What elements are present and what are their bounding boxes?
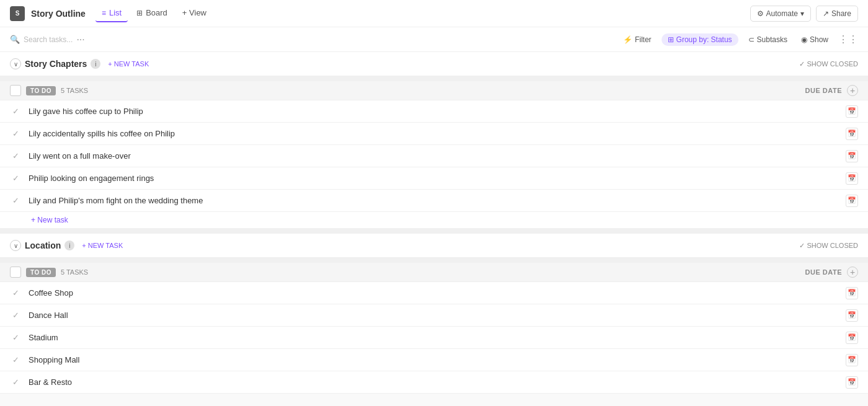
task-checkbox-2[interactable]: ✓ [10, 128, 21, 139]
search-icon: 🔍 [10, 35, 20, 44]
top-nav: S Story Outline ≡ List ⊞ Board + View ⚙ … [0, 0, 868, 27]
add-column-button-2[interactable]: + [847, 267, 858, 278]
task-checkbox-l2[interactable]: ✓ [10, 310, 21, 321]
task-name-1: Lily gave his coffee cup to Philip [29, 107, 846, 116]
show-closed-location[interactable]: ✓ SHOW CLOSED [799, 242, 858, 250]
task-due-date-l4[interactable]: 📅 [846, 354, 858, 366]
task-due-date-l5[interactable]: 📅 [846, 376, 858, 389]
task-checkbox-1[interactable]: ✓ [10, 106, 21, 117]
calendar-icon: 📅 [848, 311, 856, 319]
automate-label: Automate [766, 9, 798, 18]
due-date-label-2: DUE DATE [805, 268, 842, 276]
tab-board-label: Board [146, 8, 167, 17]
table-row: ✓ Bar & Resto 📅 [0, 371, 868, 394]
group-by-label: Group by: Status [676, 35, 732, 44]
task-due-date-1[interactable]: 📅 [846, 105, 858, 118]
task-checkbox-l4[interactable]: ✓ [10, 355, 21, 366]
new-task-button-location[interactable]: + NEW TASK [78, 241, 126, 250]
automate-icon: ⚙ [757, 9, 764, 18]
task-checkbox-l3[interactable]: ✓ [10, 332, 21, 343]
new-task-button-story-chapters[interactable]: + NEW TASK [104, 59, 153, 69]
task-due-date-3[interactable]: 📅 [846, 150, 858, 162]
check-icon: ✓ [12, 333, 19, 342]
filter-button[interactable]: ⚡ Filter [619, 33, 655, 46]
status-header-todo-1: TO DO 5 TASKS DUE DATE + [0, 76, 868, 100]
toolbar: 🔍 Search tasks... ··· ⚡ Filter ⊞ Group b… [0, 27, 868, 52]
group-header-story-chapters[interactable]: ∨ Story Chapters i + NEW TASK ✓ SHOW CLO… [0, 52, 868, 76]
calendar-icon: 📅 [848, 107, 856, 115]
calendar-icon: 📅 [848, 152, 856, 160]
group-header-location[interactable]: ∨ Location i + NEW TASK ✓ SHOW CLOSED [0, 229, 868, 258]
toolbar-right: ⚡ Filter ⊞ Group by: Status ⊂ Subtasks ◉… [619, 33, 858, 46]
task-name-4: Philip looking on engagement rings [29, 174, 846, 183]
collapse-location-icon[interactable]: ∨ [10, 240, 21, 251]
automate-button[interactable]: ⚙ Automate ▾ [750, 6, 811, 22]
subtasks-button[interactable]: ⊂ Subtasks [745, 33, 791, 46]
task-checkbox-l1[interactable]: ✓ [10, 288, 21, 299]
check-icon: ✓ [12, 355, 19, 364]
task-checkbox-3[interactable]: ✓ [10, 151, 21, 162]
check-icon: ✓ [12, 196, 19, 205]
group-title-location: Location [25, 241, 61, 250]
tab-view[interactable]: + View [176, 4, 213, 22]
group-by-button[interactable]: ⊞ Group by: Status [662, 33, 738, 46]
task-due-date-l2[interactable]: 📅 [846, 309, 858, 322]
collapse-icon[interactable]: ∨ [10, 58, 21, 69]
tab-board[interactable]: ⊞ Board [130, 4, 174, 22]
show-closed-story-chapters[interactable]: ✓ SHOW CLOSED [799, 60, 858, 68]
status-table-todo-2: TO DO 5 TASKS DUE DATE + ✓ Coffee Shop 📅… [0, 258, 868, 394]
calendar-icon: 📅 [848, 333, 856, 342]
board-icon: ⊞ [136, 9, 143, 17]
check-icon: ✓ [12, 288, 19, 298]
check-icon: ✓ [12, 377, 19, 387]
more-options-icon[interactable]: ··· [76, 34, 84, 45]
task-checkbox-5[interactable]: ✓ [10, 195, 21, 206]
checkmark-location-icon: ✓ [799, 242, 805, 250]
show-closed-label: SHOW CLOSED [807, 60, 858, 68]
status-header-todo-2: TO DO 5 TASKS DUE DATE + [0, 258, 868, 282]
group-info-icon[interactable]: i [91, 59, 100, 69]
task-checkbox-l5[interactable]: ✓ [10, 377, 21, 388]
select-all-checkbox-1[interactable] [10, 85, 21, 96]
status-badge-todo-2: TO DO [26, 268, 56, 277]
group-story-chapters: ∨ Story Chapters i + NEW TASK ✓ SHOW CLO… [0, 52, 868, 229]
list-icon: ≡ [102, 9, 106, 17]
task-due-date-l1[interactable]: 📅 [846, 287, 858, 299]
add-column-button-1[interactable]: + [847, 85, 858, 96]
group-info-location-icon[interactable]: i [64, 241, 74, 250]
show-closed-location-label: SHOW CLOSED [807, 242, 858, 249]
task-due-date-2[interactable]: 📅 [846, 128, 858, 140]
filter-label: Filter [635, 35, 652, 44]
task-name-l4: Shopping Mall [29, 355, 846, 364]
share-label: Share [831, 9, 851, 18]
search-placeholder: Search tasks... [24, 35, 73, 44]
check-icon: ✓ [12, 129, 19, 138]
task-name-3: Lily went on a full make-over [29, 151, 846, 161]
tab-list[interactable]: ≡ List [95, 4, 128, 22]
task-name-l2: Dance Hall [29, 311, 846, 320]
share-button[interactable]: ↗ Share [816, 6, 858, 22]
show-button[interactable]: ◉ Show [797, 33, 832, 46]
add-task-button-1[interactable]: + New task [0, 212, 868, 229]
toolbar-more-icon[interactable]: ⋮⋮ [838, 33, 858, 45]
task-due-date-l3[interactable]: 📅 [846, 332, 858, 344]
select-all-checkbox-2[interactable] [10, 267, 21, 278]
tab-list-label: List [109, 8, 122, 17]
table-row: ✓ Lily accidentally spills his coffee on… [0, 123, 868, 145]
task-due-date-5[interactable]: 📅 [846, 195, 858, 207]
table-row: ✓ Lily gave his coffee cup to Philip 📅 [0, 100, 868, 123]
task-count-1: 5 TASKS [61, 87, 88, 94]
task-name-l5: Bar & Resto [29, 377, 846, 387]
task-due-date-4[interactable]: 📅 [846, 172, 858, 185]
task-checkbox-4[interactable]: ✓ [10, 173, 21, 184]
group-header-left: ∨ Story Chapters i + NEW TASK [10, 58, 795, 69]
task-name-l1: Coffee Shop [29, 288, 846, 298]
task-name-2: Lily accidentally spills his coffee on P… [29, 129, 846, 138]
filter-icon: ⚡ [623, 35, 632, 44]
nav-right: ⚙ Automate ▾ ↗ Share [750, 6, 858, 22]
calendar-icon: 📅 [848, 378, 856, 386]
table-row: ✓ Lily went on a full make-over 📅 [0, 145, 868, 167]
calendar-icon: 📅 [848, 356, 856, 364]
check-icon: ✓ [12, 107, 19, 116]
table-row: ✓ Stadium 📅 [0, 327, 868, 349]
